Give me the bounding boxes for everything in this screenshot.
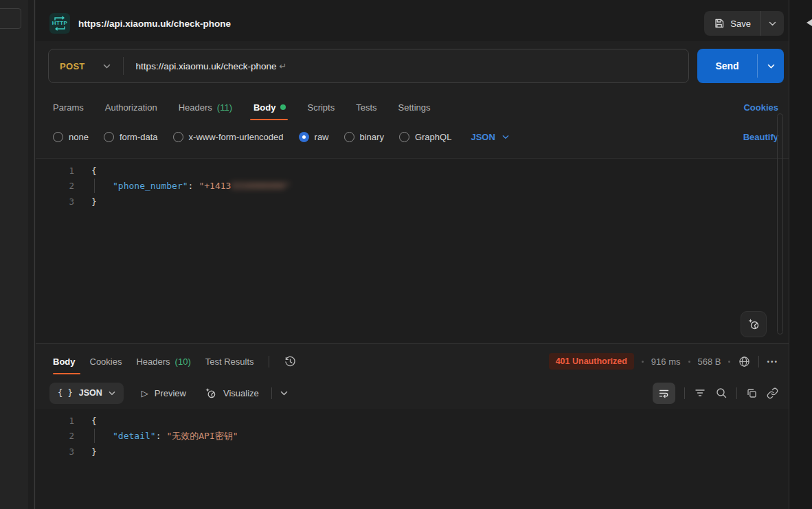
link-button[interactable] xyxy=(767,387,778,399)
raw-format-dropdown[interactable]: JSON xyxy=(471,132,508,142)
visualize-options-caret[interactable] xyxy=(280,391,288,396)
play-outline-icon: ▷ xyxy=(142,388,148,398)
sidebar-partial-panel[interactable] xyxy=(0,8,21,29)
code-line: 1 { xyxy=(36,413,789,429)
radio-icon xyxy=(173,132,183,142)
radio-icon xyxy=(53,132,63,142)
body-type-graphql[interactable]: GraphQL xyxy=(399,132,451,142)
beautify-link[interactable]: Beautify xyxy=(743,132,778,142)
request-url-box: POST https://api.xiaomu.uk/check-phone↵ xyxy=(48,49,689,83)
divider xyxy=(736,387,737,399)
redacted-phone-digits: 5550000000" xyxy=(231,181,290,191)
tab-body[interactable]: Body xyxy=(253,93,286,121)
response-tab-headers[interactable]: Headers(10) xyxy=(136,347,190,376)
tab-authorization[interactable]: Authorization xyxy=(105,93,157,121)
code-line: 1 { xyxy=(36,163,789,179)
braces-icon: { } xyxy=(58,388,73,398)
response-meta: 401 Unauthorized 916 ms 568 B ••• xyxy=(549,353,778,370)
indent-guide xyxy=(94,179,113,193)
line-number: 2 xyxy=(36,181,74,191)
radio-selected-icon xyxy=(299,132,309,142)
response-tabs: Body Cookies Headers(10) Test Results 40… xyxy=(53,347,778,376)
request-body-editor[interactable]: 1 { 2 "phone_number":"+14135550000000" 3… xyxy=(36,158,789,343)
headers-count-badge: (11) xyxy=(217,102,232,113)
more-options-button[interactable]: ••• xyxy=(767,358,778,365)
globe-icon xyxy=(738,355,751,368)
radio-icon xyxy=(344,132,354,142)
tab-tests[interactable]: Tests xyxy=(356,93,376,121)
response-history-button[interactable] xyxy=(284,355,297,368)
dot-separator xyxy=(642,361,644,363)
search-icon xyxy=(715,387,728,399)
radio-icon xyxy=(104,132,114,142)
http-request-icon: HTTP xyxy=(49,13,70,34)
chevron-down-icon xyxy=(769,21,776,26)
filter-lines-icon xyxy=(694,387,706,399)
response-time: 916 ms xyxy=(651,357,681,367)
send-button-group: Send xyxy=(697,49,784,83)
body-type-binary[interactable]: binary xyxy=(344,132,384,142)
response-tab-cookies[interactable]: Cookies xyxy=(90,347,122,376)
scrollbar-track[interactable] xyxy=(777,113,783,335)
tab-settings[interactable]: Settings xyxy=(398,93,431,121)
line-number: 1 xyxy=(36,416,74,426)
chevron-down-icon xyxy=(502,135,509,139)
search-button[interactable] xyxy=(715,387,728,399)
send-options-caret[interactable] xyxy=(758,49,784,83)
response-tab-body[interactable]: Body xyxy=(53,347,76,376)
network-info-button[interactable] xyxy=(738,355,751,368)
response-tab-test-results[interactable]: Test Results xyxy=(205,347,254,376)
save-button-label: Save xyxy=(730,19,751,29)
filter-button[interactable] xyxy=(694,387,706,399)
word-wrap-icon xyxy=(658,387,670,399)
body-type-form-data[interactable]: form-data xyxy=(104,132,158,142)
collapse-arrow-icon[interactable] xyxy=(807,19,812,26)
return-key-glyph: ↵ xyxy=(279,61,286,71)
response-toolbar-right xyxy=(653,383,778,404)
request-tabs: Params Authorization Headers(11) Body Sc… xyxy=(53,93,778,121)
status-badge[interactable]: 401 Unauthorized xyxy=(549,353,634,370)
line-number: 2 xyxy=(36,431,74,441)
response-detail-value: "无效的API密钥" xyxy=(166,430,238,442)
save-button[interactable]: Save xyxy=(704,11,760,36)
chevron-down-icon xyxy=(280,391,288,396)
postbot-sparkle-icon xyxy=(747,317,760,331)
line-number: 3 xyxy=(36,196,74,207)
url-input[interactable]: https://api.xiaomu.uk/check-phone↵ xyxy=(136,61,287,71)
body-type-raw[interactable]: raw xyxy=(299,132,329,142)
code-line: 2 "detail":"无效的API密钥" xyxy=(36,429,789,444)
tab-params[interactable]: Params xyxy=(53,93,84,121)
tab-scripts[interactable]: Scripts xyxy=(307,93,335,121)
body-type-none[interactable]: none xyxy=(53,132,89,142)
api-client-window: HTTP https://api.xiaomu.uk/check-phone S… xyxy=(0,0,812,509)
radio-icon xyxy=(399,132,409,142)
body-type-urlencoded[interactable]: x-www-form-urlencoded xyxy=(173,132,284,142)
code-line: 3 } xyxy=(36,444,789,460)
tab-headers[interactable]: Headers(11) xyxy=(179,93,232,121)
code-line: 3 } xyxy=(36,194,789,210)
chevron-down-icon xyxy=(109,391,115,396)
chevron-down-icon xyxy=(767,64,775,69)
send-button[interactable]: Send xyxy=(697,49,757,83)
word-wrap-button[interactable] xyxy=(653,383,675,404)
indent-guide xyxy=(94,429,113,443)
url-send-row: POST https://api.xiaomu.uk/check-phone↵ … xyxy=(48,49,784,83)
response-body-editor[interactable]: 1 { 2 "detail":"无效的API密钥" 3 } xyxy=(36,409,789,509)
postbot-ai-button[interactable] xyxy=(741,311,767,337)
copy-icon xyxy=(746,387,758,399)
method-label: POST xyxy=(60,61,85,71)
url-box-divider xyxy=(123,57,124,75)
response-toolbar: { } JSON ▷ Preview Visualize xyxy=(49,381,778,405)
method-selector[interactable]: POST xyxy=(49,61,123,71)
left-sidebar xyxy=(0,0,35,509)
preview-button[interactable]: ▷ Preview xyxy=(142,388,186,398)
copy-button[interactable] xyxy=(746,387,758,399)
visualize-sparkle-icon xyxy=(204,387,217,400)
cookies-link[interactable]: Cookies xyxy=(743,102,778,113)
request-header-bar: HTTP https://api.xiaomu.uk/check-phone S… xyxy=(36,0,789,41)
response-size: 568 B xyxy=(698,357,721,367)
response-format-dropdown[interactable]: { } JSON xyxy=(49,383,124,404)
sidebar-inner-strip xyxy=(28,0,34,509)
visualize-button[interactable]: Visualize xyxy=(204,387,259,400)
save-options-caret[interactable] xyxy=(761,11,784,36)
